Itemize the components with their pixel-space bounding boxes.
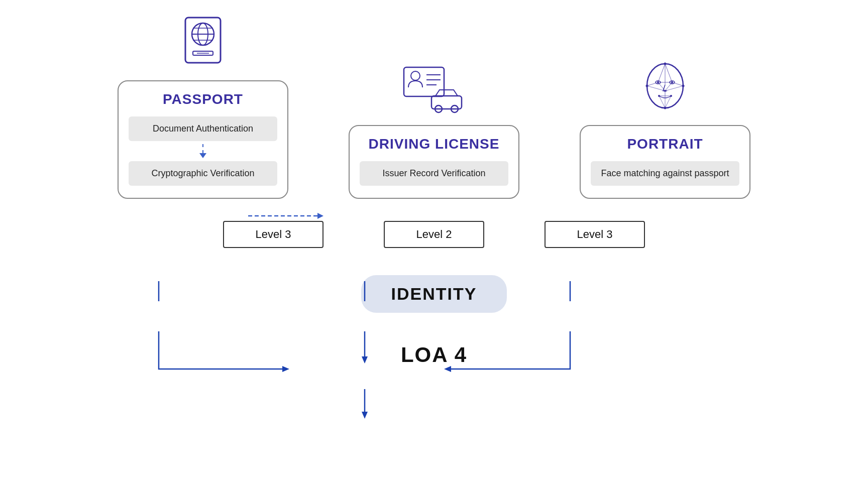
svg-point-46 xyxy=(657,81,659,83)
svg-line-34 xyxy=(672,82,683,86)
svg-line-36 xyxy=(658,82,665,91)
svg-point-43 xyxy=(664,63,667,65)
driving-license-card: DRIVING LICENSE Issuer Record Verificati… xyxy=(349,125,519,199)
svg-line-31 xyxy=(665,64,672,82)
svg-point-44 xyxy=(646,85,648,87)
passport-level-box: Level 3 xyxy=(223,221,323,248)
driving-license-column: DRIVING LICENSE Issuer Record Verificati… xyxy=(349,60,519,199)
svg-marker-1 xyxy=(317,213,323,219)
svg-line-41 xyxy=(647,86,665,91)
identity-box: IDENTITY xyxy=(361,275,507,313)
portrait-icon-area xyxy=(640,60,690,120)
passport-icon-area xyxy=(178,15,228,75)
driving-license-title: DRIVING LICENSE xyxy=(369,136,500,152)
portrait-level-col: Level 3 xyxy=(545,221,645,248)
svg-line-30 xyxy=(658,64,665,82)
driving-license-level-box: Level 2 xyxy=(384,221,484,248)
driving-license-icon-area xyxy=(401,60,467,120)
passport-level-col: Level 3 xyxy=(223,221,323,248)
svg-marker-10 xyxy=(362,412,368,419)
svg-point-47 xyxy=(671,81,673,83)
levels-row: Level 3 Level 2 Level 3 xyxy=(0,221,868,248)
svg-line-33 xyxy=(647,82,658,86)
driving-license-item1: Issuer Record Verification xyxy=(360,161,508,186)
passport-title: PASSPORT xyxy=(163,91,243,107)
svg-point-48 xyxy=(664,90,666,92)
portrait-card: PORTRAIT Face matching against passport xyxy=(580,125,750,199)
diagram-container: PASSPORT Document Authentication Cryptog… xyxy=(0,0,868,492)
portrait-item1: Face matching against passport xyxy=(591,161,739,186)
passport-icon xyxy=(178,15,228,75)
passport-column: PASSPORT Document Authentication Cryptog… xyxy=(118,15,288,199)
svg-marker-7 xyxy=(282,366,289,372)
svg-marker-6 xyxy=(362,356,368,363)
identity-row: IDENTITY xyxy=(361,275,507,313)
driving-license-icon xyxy=(401,60,467,120)
portrait-column: PORTRAIT Face matching against passport xyxy=(580,60,750,199)
svg-line-42 xyxy=(665,86,683,91)
driving-license-level-col: Level 2 xyxy=(384,221,484,248)
passport-card: PASSPORT Document Authentication Cryptog… xyxy=(118,80,288,199)
portrait-icon xyxy=(640,60,690,120)
portrait-level-box: Level 3 xyxy=(545,221,645,248)
portrait-title: PORTRAIT xyxy=(627,136,703,152)
passport-internal-arrow xyxy=(129,144,277,158)
svg-line-37 xyxy=(665,82,672,91)
passport-item1: Document Authentication xyxy=(129,116,277,141)
loa-row: LOA 4 xyxy=(401,343,467,367)
loa-label: LOA 4 xyxy=(401,343,467,366)
svg-point-45 xyxy=(682,85,685,87)
svg-point-20 xyxy=(411,71,420,80)
passport-item2: Cryptographic Verification xyxy=(129,161,277,186)
top-row: PASSPORT Document Authentication Cryptog… xyxy=(0,15,868,199)
